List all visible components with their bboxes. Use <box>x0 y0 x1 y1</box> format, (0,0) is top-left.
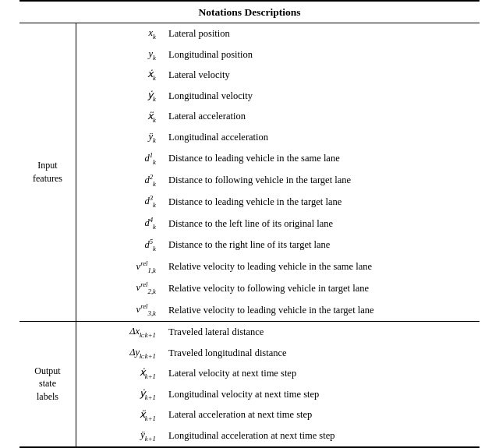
description-cell: Lateral velocity <box>162 67 480 83</box>
symbol-cell: ẍk+1 <box>76 407 162 425</box>
table-row: d2kDistance to following vehicle in the … <box>76 170 480 192</box>
table-row: ẍkLateral acceleration <box>76 107 480 128</box>
symbol-cell: ẏk+1 <box>76 386 162 404</box>
description-cell: Traveled longitudinal distance <box>162 345 480 362</box>
symbol-cell: Δxk:k+1 <box>76 323 162 341</box>
table-row: Δxk:k+1Traveled lateral distance <box>76 322 480 343</box>
symbol-cell: ẋk <box>76 66 162 84</box>
notations-table: Notations Descriptions Input featuresxkL… <box>19 0 480 448</box>
table-row: ẋkLateral velocity <box>76 65 480 86</box>
table-row: xkLateral position <box>76 23 480 44</box>
description-cell: Longitudinal acceleration at next time s… <box>162 428 480 444</box>
symbol-cell: ẍk <box>76 108 162 126</box>
table-row: ẏkLongitudinal velocity <box>76 86 480 107</box>
description-cell: Longitudinal position <box>162 47 480 63</box>
symbol-cell: vrel1,k <box>76 258 162 277</box>
table-body: Input featuresxkLateral positionykLongit… <box>19 23 480 447</box>
table-row: d4kDistance to the left line of its orig… <box>76 213 480 235</box>
symbol-cell: ẏk <box>76 87 162 105</box>
symbol-cell: yk <box>76 46 162 64</box>
symbol-cell: vrel2,k <box>76 279 162 298</box>
symbol-cell: Δyk:k+1 <box>76 344 162 362</box>
symbol-cell: ÿk <box>76 129 162 146</box>
description-cell: Relative velocity to leading vehicle in … <box>162 259 480 275</box>
table-row: d3kDistance to leading vehicle in the ta… <box>76 191 480 213</box>
table-row: ykLongitudinal position <box>76 44 480 65</box>
table-header: Notations Descriptions <box>19 2 480 23</box>
symbol-cell: vrel3,k <box>76 301 162 319</box>
table-row: Δyk:k+1Traveled longitudinal distance <box>76 343 480 364</box>
table-row: d1kDistance to leading vehicle in the sa… <box>76 148 480 170</box>
section-label-0: Input features <box>19 23 76 321</box>
table-title: Notations Descriptions <box>199 6 301 18</box>
description-cell: Lateral position <box>162 26 480 42</box>
symbol-cell: xk <box>76 25 162 43</box>
description-cell: Distance to the right line of its target… <box>162 237 480 253</box>
description-cell: Distance to the left line of its origina… <box>162 216 480 232</box>
description-cell: Lateral velocity at next time step <box>162 365 480 382</box>
table-row: d5kDistance to the right line of its tar… <box>76 235 480 256</box>
description-cell: Longitudinal velocity at next time step <box>162 386 480 403</box>
symbol-cell: d1k <box>76 150 162 168</box>
table-row: ÿkLongitudinal acceleration <box>76 127 480 148</box>
description-cell: Traveled lateral distance <box>162 324 480 340</box>
symbol-cell: d3k <box>76 192 162 211</box>
description-cell: Distance to following vehicle in the tar… <box>162 172 480 189</box>
table-row: ẏk+1Longitudinal velocity at next time s… <box>76 384 480 405</box>
description-cell: Longitudinal acceleration <box>162 129 480 146</box>
table-row: ẍk+1Lateral acceleration at next time st… <box>76 405 480 426</box>
description-cell: Distance to leading vehicle in the targe… <box>162 194 480 210</box>
description-cell: Relative velocity to following vehicle i… <box>162 280 480 297</box>
table-row: vrel1,kRelative velocity to leading vehi… <box>76 256 480 278</box>
table-row: vrel2,kRelative velocity to following ve… <box>76 277 480 299</box>
description-cell: Longitudinal velocity <box>162 88 480 104</box>
symbol-cell: ÿk+1 <box>76 427 162 445</box>
description-cell: Lateral acceleration at next time step <box>162 407 480 423</box>
section-label-1: Output state labels <box>19 322 76 446</box>
symbol-cell: d2k <box>76 171 162 190</box>
description-cell: Lateral acceleration <box>162 108 480 125</box>
section-rows-0: xkLateral positionykLongitudinal positio… <box>76 23 480 321</box>
table-row: vrel3,kRelative velocity to leading vehi… <box>76 299 480 321</box>
description-cell: Distance to leading vehicle in the same … <box>162 150 480 167</box>
symbol-cell: d5k <box>76 236 162 255</box>
description-cell: Relative velocity to leading vehicle in … <box>162 302 480 319</box>
section-0: Input featuresxkLateral positionykLongit… <box>19 23 480 322</box>
section-1: Output state labelsΔxk:k+1Traveled later… <box>19 322 480 447</box>
symbol-cell: ẋk+1 <box>76 365 162 383</box>
symbol-cell: d4k <box>76 214 162 233</box>
table-row: ẋk+1Lateral velocity at next time step <box>76 363 480 384</box>
table-row: ÿk+1Longitudinal acceleration at next ti… <box>76 425 480 446</box>
section-rows-1: Δxk:k+1Traveled lateral distanceΔyk:k+1T… <box>76 322 480 446</box>
